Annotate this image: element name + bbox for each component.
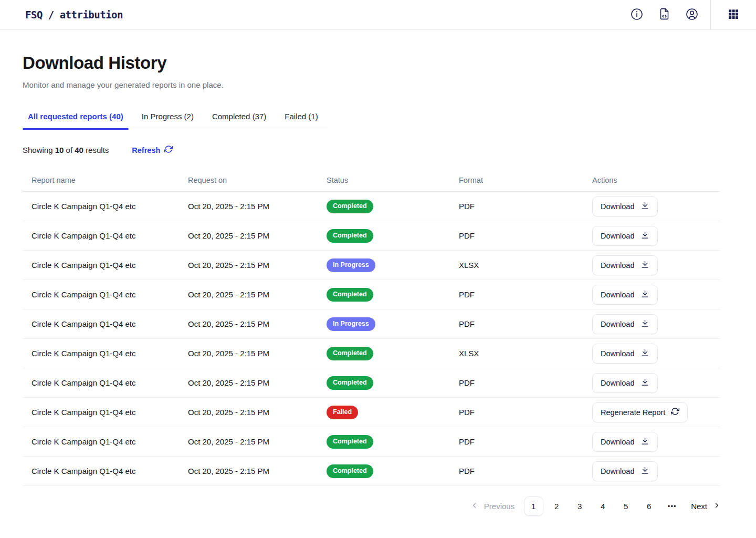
page-button-6[interactable]: 6 (639, 496, 659, 516)
download-icon (640, 201, 649, 212)
chevron-left-icon (471, 502, 478, 511)
download-icon (640, 348, 649, 359)
format-value: PDF (459, 202, 592, 211)
refresh-icon (671, 407, 679, 417)
download-button[interactable]: Download (592, 196, 658, 216)
refresh-button[interactable]: Refresh (132, 145, 173, 155)
status-badge: Completed (327, 376, 373, 390)
column-header-format: Format (459, 176, 592, 184)
table-row: Circle K Campaign Q1-Q4 etc Oct 20, 2025… (23, 280, 720, 309)
action-button-label: Download (601, 379, 635, 387)
request-date: Oct 20, 2025 - 2:15 PM (188, 437, 327, 446)
format-value: XLSX (459, 261, 592, 270)
account-button[interactable] (685, 7, 699, 23)
table-row: Circle K Campaign Q1-Q4 etc Oct 20, 2025… (23, 192, 720, 221)
download-button[interactable]: Download (592, 255, 658, 275)
previous-page-button[interactable]: Previous (471, 502, 514, 511)
table-header-row: Report name Request on Status Format Act… (23, 169, 720, 192)
page-button-2[interactable]: 2 (547, 496, 566, 516)
format-value: PDF (459, 437, 592, 446)
request-date: Oct 20, 2025 - 2:15 PM (188, 319, 327, 328)
info-icon (630, 7, 644, 23)
download-icon (640, 289, 649, 300)
pagination-pages: 123456 (522, 496, 660, 516)
download-button[interactable]: Download (592, 226, 658, 246)
request-date: Oct 20, 2025 - 2:15 PM (188, 290, 327, 299)
report-file-button[interactable] (658, 7, 671, 22)
download-button[interactable]: Download (592, 373, 658, 393)
format-value: XLSX (459, 349, 592, 358)
download-button[interactable]: Download (592, 285, 658, 305)
page-button-3[interactable]: 3 (570, 496, 590, 516)
report-name: Circle K Campaign Q1-Q4 etc (32, 261, 188, 270)
request-date: Oct 20, 2025 - 2:15 PM (188, 378, 327, 387)
report-name: Circle K Campaign Q1-Q4 etc (32, 349, 188, 358)
tab-all-requested-reports[interactable]: All requested reports (40) (23, 112, 129, 129)
action-button-label: Download (601, 232, 635, 240)
page-button-1[interactable]: 1 (524, 496, 543, 516)
topbar-icons (630, 7, 710, 23)
download-button[interactable]: Download (592, 432, 658, 452)
page-subtitle: Monitor and manage your generated report… (23, 80, 720, 89)
topbar: FSQ / attribution (0, 0, 756, 30)
apps-grid-icon (727, 8, 740, 22)
download-icon (640, 437, 649, 447)
format-value: PDF (459, 290, 592, 299)
apps-menu-button[interactable] (727, 8, 740, 22)
file-code-icon (658, 7, 671, 22)
results-summary: Showing 10 of 40 results (23, 146, 109, 154)
status-badge: Completed (327, 200, 373, 213)
download-button[interactable]: Download (592, 314, 658, 334)
action-button-label: Download (601, 349, 635, 358)
request-date: Oct 20, 2025 - 2:15 PM (188, 349, 327, 358)
download-icon (640, 231, 649, 241)
status-badge: Completed (327, 288, 373, 302)
download-history-table: Report name Request on Status Format Act… (23, 169, 720, 486)
table-row: Circle K Campaign Q1-Q4 etc Oct 20, 2025… (23, 339, 720, 368)
table-row: Circle K Campaign Q1-Q4 etc Oct 20, 2025… (23, 251, 720, 280)
user-icon (685, 7, 699, 23)
status-badge: In Progress (327, 258, 375, 272)
next-page-label: Next (691, 502, 707, 511)
tab-completed[interactable]: Completed (37) (207, 112, 271, 129)
request-date: Oct 20, 2025 - 2:15 PM (188, 408, 327, 417)
main-content: Download History Monitor and manage your… (0, 53, 756, 521)
request-date: Oct 20, 2025 - 2:15 PM (188, 261, 327, 270)
action-button-label: Download (601, 438, 635, 446)
tab-in-progress[interactable]: In Progress (2) (136, 112, 199, 129)
page-button-4[interactable]: 4 (593, 496, 613, 516)
brand-logo: FSQ / attribution (25, 9, 123, 20)
tab-failed[interactable]: Failed (1) (279, 112, 323, 129)
request-date: Oct 20, 2025 - 2:15 PM (188, 467, 327, 475)
next-page-button[interactable]: Next (691, 502, 720, 511)
action-button-label: Download (601, 291, 635, 299)
page-button-5[interactable]: 5 (616, 496, 636, 516)
report-name: Circle K Campaign Q1-Q4 etc (32, 408, 188, 417)
column-header-request-on: Request on (188, 176, 327, 184)
report-name: Circle K Campaign Q1-Q4 etc (32, 202, 188, 211)
chevron-right-icon (713, 502, 720, 511)
action-button-label: Download (601, 320, 635, 328)
previous-page-label: Previous (484, 502, 514, 511)
action-button-label: Download (601, 467, 635, 475)
status-badge: Completed (327, 347, 373, 360)
download-button[interactable]: Download (592, 461, 658, 481)
info-button[interactable] (630, 7, 644, 23)
status-badge: Completed (327, 435, 373, 449)
pagination-ellipsis: ••• (663, 502, 682, 510)
download-icon (640, 378, 649, 388)
table-row: Circle K Campaign Q1-Q4 etc Oct 20, 2025… (23, 309, 720, 339)
report-name: Circle K Campaign Q1-Q4 etc (32, 467, 188, 475)
download-button[interactable]: Download (592, 344, 658, 364)
action-button-label: Download (601, 202, 635, 211)
regenerate-report-button[interactable]: Regenerate Report (592, 402, 688, 422)
status-badge: In Progress (327, 317, 375, 331)
status-badge: Completed (327, 464, 373, 478)
table-row: Circle K Campaign Q1-Q4 etc Oct 20, 2025… (23, 221, 720, 251)
refresh-button-label: Refresh (132, 146, 160, 154)
table-row: Circle K Campaign Q1-Q4 etc Oct 20, 2025… (23, 368, 720, 398)
summary-row: Showing 10 of 40 results Refresh (23, 145, 720, 155)
action-button-label: Download (601, 261, 635, 270)
results-total-count: 40 (75, 146, 83, 154)
report-name: Circle K Campaign Q1-Q4 etc (32, 231, 188, 240)
